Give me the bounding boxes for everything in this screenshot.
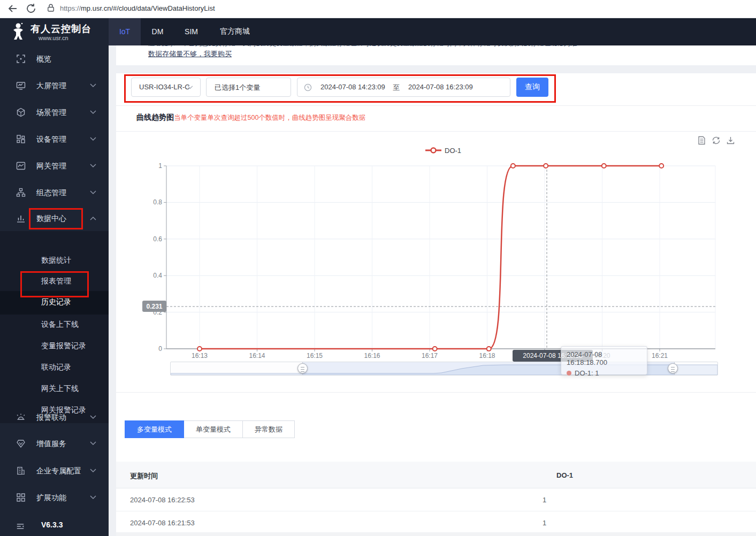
data-point-marker: [433, 347, 437, 351]
x-tick-label: 16:18: [471, 352, 503, 359]
sidebar-item-screen-mgmt[interactable]: 大屏管理: [0, 80, 109, 92]
sidebar-item-history-records[interactable]: 历史记录: [0, 291, 109, 315]
sidebar-item-data-statistics[interactable]: 数据统计: [0, 256, 109, 266]
logo[interactable]: 有人云控制台 www.usr.cn: [0, 18, 109, 45]
date-start-value: 2024-07-08 14:23:09: [320, 83, 385, 91]
sidebar-item-extensions[interactable]: 扩展功能: [0, 492, 109, 504]
table-cell: 2024-07-08 16:22:53: [116, 496, 543, 504]
url-field[interactable]: https://mp.usr.cn/#/cloud/data/ViewDataH…: [60, 4, 215, 12]
alarm-icon: [16, 412, 26, 422]
sidebar-item-value-added[interactable]: 增值服务: [0, 438, 109, 450]
sidebar-item-alarm-linkage[interactable]: 报警联动: [0, 412, 109, 424]
sidebar-item-linkage-records[interactable]: 联动记录: [0, 363, 109, 373]
gateway-icon: [16, 161, 26, 171]
variable-select[interactable]: 已选择1个变量: [206, 78, 291, 97]
legend-marker: [425, 147, 441, 154]
sidebar-item-variable-alarm-records[interactable]: 变量报警记录: [0, 341, 109, 352]
top-navbar: IoT DM SIM 官方商城: [109, 18, 756, 45]
chart-tooltip: 2024-07-08 16:18:18.700 DO-1: 1: [561, 346, 647, 375]
refresh-icon[interactable]: [712, 136, 721, 145]
y-axis-pointer-badge: 0.231: [142, 301, 166, 312]
device-select-value: USR-IO34-LR-C: [139, 83, 190, 91]
buy-storage-link[interactable]: 数据存储量不够，我要购买: [148, 49, 232, 59]
table-cell: 1: [543, 519, 756, 527]
chevron-down-icon: [90, 469, 96, 473]
nav-tab-official-store[interactable]: 官方商城: [208, 18, 262, 45]
chevron-down-icon: [90, 441, 96, 446]
y-tick-label: 1: [140, 162, 162, 170]
sidebar-item-gateway-mgmt[interactable]: 网关管理: [0, 160, 109, 172]
sidebar-item-data-center[interactable]: 数据中心: [0, 213, 109, 225]
sidebar-item-report-mgmt[interactable]: 报表管理: [0, 277, 109, 287]
config-icon: [16, 188, 26, 197]
clock-icon: [304, 83, 312, 91]
logo-subtitle: www.usr.cn: [39, 35, 68, 41]
sidebar-item-device-on-offline[interactable]: 设备上下线: [0, 320, 109, 331]
sidebar-item-label: 增值服务: [36, 439, 66, 449]
divider: [116, 131, 756, 132]
tab-multi-variable[interactable]: 多变量模式: [125, 420, 184, 438]
datazoom-right-handle[interactable]: [668, 363, 678, 373]
nav-tab-iot[interactable]: IoT: [109, 18, 141, 45]
table-cell: 1: [543, 496, 756, 504]
data-view-icon[interactable]: [697, 136, 706, 145]
nav-tab-sim[interactable]: SIM: [174, 18, 208, 45]
sidebar-item-enterprise-config[interactable]: 企业专属配置: [0, 465, 109, 477]
table-row: 2024-07-08 16:22:531: [116, 488, 756, 511]
table-cell: 2024-07-08 16:21:53: [116, 519, 543, 527]
chevron-down-icon: [90, 83, 96, 88]
extension-icon: [16, 493, 26, 502]
section-gap: [116, 65, 756, 73]
value-added-icon: [16, 439, 26, 448]
version-label: V6.3.3: [41, 520, 63, 529]
tab-single-variable[interactable]: 单变量模式: [184, 420, 243, 438]
y-tick-label: 0: [140, 345, 162, 353]
chevron-down-icon: [90, 164, 96, 168]
reload-icon[interactable]: [25, 2, 37, 15]
sidebar-item-label: 组态管理: [36, 188, 66, 198]
sidebar-version[interactable]: V6.3.3: [0, 520, 109, 533]
sidebar-item-label: 设备管理: [36, 135, 66, 144]
table-row: 2024-07-08 16:21:531: [116, 511, 756, 534]
data-point-marker: [602, 164, 606, 168]
sidebar-item-gateway-on-offline[interactable]: 网关上下线: [0, 384, 109, 395]
enterprise-icon: [16, 466, 26, 476]
tab-abnormal-data[interactable]: 异常数据: [243, 420, 295, 438]
table-header-row: 更新时间 DO-1: [116, 462, 756, 488]
logo-title: 有人云控制台: [30, 22, 91, 35]
data-point-marker: [197, 347, 202, 351]
sidebar-item-label: 网关管理: [36, 162, 66, 171]
sidebar-item-scene-mgmt[interactable]: 场景管理: [0, 107, 109, 119]
download-icon[interactable]: [726, 136, 735, 145]
chevron-down-icon: [90, 110, 96, 114]
sidebar-item-device-mgmt[interactable]: 设备管理: [0, 134, 109, 146]
date-end-value: 2024-07-08 16:23:09: [408, 83, 472, 91]
date-range-picker[interactable]: 2024-07-08 14:23:09 至 2024-07-08 16:23:0…: [297, 78, 510, 97]
variable-select-value: 已选择1个变量: [215, 83, 260, 93]
sidebar-item-label: 企业专属配置: [36, 466, 81, 476]
history-table: 更新时间 DO-1 2024-07-08 16:22:5312024-07-08…: [116, 462, 756, 534]
lock-icon[interactable]: [46, 3, 56, 13]
search-button[interactable]: 查询: [516, 78, 548, 97]
sidebar-item-label: 场景管理: [36, 108, 66, 118]
app-root: https://mp.usr.cn/#/cloud/data/ViewDataH…: [0, 0, 756, 536]
x-tick-label: 16:13: [184, 352, 216, 359]
sidebar-item-config-mgmt[interactable]: 组态管理: [0, 187, 109, 199]
trend-aggregation-note: 当单个变量单次查询超过500个数值时，曲线趋势图呈现聚合数据: [174, 113, 365, 122]
chevron-down-icon: [90, 415, 96, 419]
tooltip-title: 2024-07-08 16:18:18.700: [567, 350, 642, 366]
url-scheme: https://: [60, 4, 81, 12]
tooltip-entry: DO-1: 1: [575, 369, 599, 377]
x-tick-label: 16:21: [644, 352, 676, 359]
trend-section-title: 曲线趋势图: [136, 113, 174, 122]
device-select[interactable]: USR-IO34-LR-C: [131, 78, 201, 97]
data-center-icon: [16, 213, 26, 223]
data-point-marker: [544, 164, 548, 168]
nav-tab-dm[interactable]: DM: [141, 18, 174, 45]
sidebar-item-overview[interactable]: 概览: [0, 53, 109, 65]
datazoom-left-handle[interactable]: [297, 363, 308, 373]
data-point-marker: [487, 347, 491, 351]
x-tick-label: 16:17: [414, 352, 446, 359]
back-icon[interactable]: [6, 2, 19, 15]
legend-item-do1[interactable]: DO-1: [425, 146, 461, 155]
